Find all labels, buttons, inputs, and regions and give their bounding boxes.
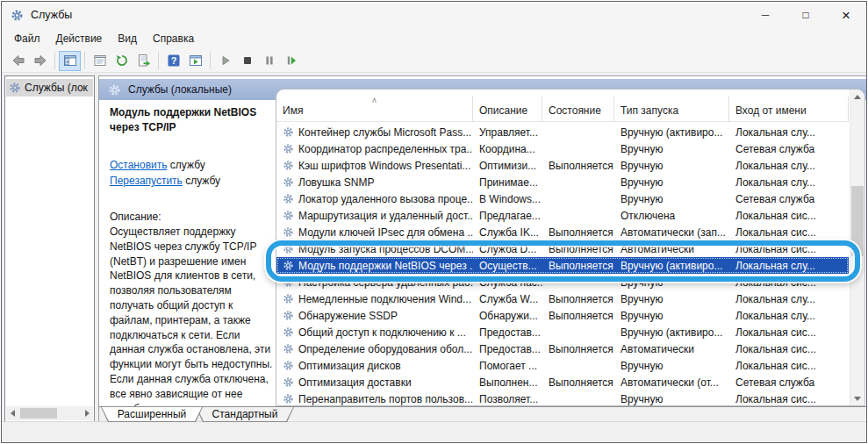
menu-item[interactable]: Вид (110, 29, 145, 48)
service-row[interactable]: Маршрутизация и удаленный дост... Предла… (276, 207, 849, 224)
status-bar (2, 421, 866, 442)
service-gear-icon (283, 210, 294, 221)
restart-service-link[interactable]: Перезапустить (110, 175, 183, 187)
export-list-button[interactable] (133, 51, 154, 71)
service-row[interactable]: Координатор распределенных тра... Коорди… (276, 140, 849, 157)
column-header-logon-as[interactable]: Вход от имени (729, 97, 849, 121)
service-description-cell: Обнаружи... (473, 310, 542, 322)
service-row[interactable]: Модули ключей IPsec для обмена ... Служб… (276, 224, 849, 240)
toolbar-separator (54, 52, 55, 69)
minimize-button[interactable]: ─ (745, 2, 786, 28)
back-button[interactable] (7, 51, 29, 71)
column-header-startup-type[interactable]: Тип запуска (614, 97, 729, 121)
service-logon-cell: Локальная сис... (729, 243, 849, 255)
service-row[interactable]: Обнаружение SSDP Обнаружи... Выполняется… (276, 307, 849, 324)
scroll-right-icon[interactable] (81, 410, 93, 417)
service-description-cell: Служба IK... (473, 226, 542, 239)
service-gear-icon (283, 293, 294, 304)
service-row[interactable]: Модуль поддержки NetBIOS через ... Осуще… (276, 257, 849, 274)
service-startup-type-cell: Вручную (614, 293, 729, 305)
service-row[interactable]: Оптимизация доставки Выполнен... Выполня… (276, 374, 849, 390)
extended-view-button[interactable] (184, 51, 206, 71)
help-button[interactable]: ? (162, 51, 184, 71)
column-header-description[interactable]: Описание (473, 97, 542, 121)
service-description-cell: Координа... (473, 143, 542, 155)
service-name: Определение оборудования обол... (298, 343, 472, 355)
service-gear-icon (283, 160, 294, 171)
service-startup-type-cell: Вручную (614, 393, 729, 405)
service-status-cell: Выполняется (542, 260, 614, 272)
show-console-tree-button[interactable] (59, 51, 81, 71)
stop-service-link[interactable]: Остановить (110, 159, 168, 171)
service-row[interactable]: Настройка сервера удаленных раб... Служб… (276, 274, 849, 290)
scroll-left-icon[interactable] (6, 410, 18, 417)
window-title: Службы (31, 9, 72, 21)
menu-item[interactable]: Действие (48, 29, 111, 48)
service-startup-type-cell: Автоматически (от... (614, 376, 729, 389)
service-description-cell: Предлагае... (473, 210, 542, 222)
close-button[interactable]: × (826, 2, 866, 28)
service-status-cell: Выполняется (542, 343, 614, 355)
service-description-cell: Управляет... (473, 126, 542, 139)
forward-button[interactable] (29, 51, 51, 71)
restart-link-suffix: службу (183, 175, 220, 187)
stop-service-button[interactable] (236, 51, 258, 71)
service-startup-type-cell: Вручную (614, 193, 729, 205)
restart-service-button[interactable] (280, 51, 302, 71)
service-name: Координатор распределенных тра... (298, 143, 473, 155)
properties-icon (93, 54, 107, 68)
service-status-cell: Выполняется (542, 160, 614, 172)
service-gear-icon (283, 276, 294, 288)
service-startup-type-cell: Вручную (активиро... (614, 126, 729, 139)
service-gear-icon (283, 393, 294, 405)
service-logon-cell: Локальная сис... (729, 343, 849, 355)
scroll-down-icon[interactable] (850, 391, 864, 405)
scroll-up-icon[interactable] (850, 90, 864, 104)
properties-button[interactable] (89, 51, 111, 71)
service-row[interactable]: Немедленные подключения Wind... Служба W… (276, 290, 849, 307)
service-row[interactable]: Локатор удаленного вызова проце... В Win… (276, 190, 849, 207)
scrollbar-thumb[interactable] (851, 186, 864, 256)
service-description-cell: Предостав... (473, 326, 542, 339)
service-logon-cell: Сетевая служба (729, 143, 849, 155)
service-startup-type-cell: Автоматически (614, 243, 729, 255)
service-row[interactable]: Общий доступ к подключению к ... Предост… (276, 324, 849, 340)
service-logon-cell: Сетевая служба (729, 376, 849, 389)
list-vertical-scrollbar[interactable] (850, 90, 864, 405)
service-startup-type-cell: Вручную (активиро... (614, 260, 729, 272)
stop-service-icon (240, 54, 255, 68)
menu-item[interactable]: Справка (145, 29, 202, 48)
scrollbar-thumb[interactable] (20, 408, 57, 419)
service-logon-cell: Локальная сис... (729, 393, 849, 405)
service-description: Осуществляет поддержку NetBIOS через слу… (110, 225, 276, 416)
service-row[interactable]: Кэш шрифтов Windows Presentati... Оптими… (276, 157, 849, 174)
start-service-button[interactable] (214, 51, 236, 71)
service-row[interactable]: Оптимизация дисков Помогает ... Вручную … (276, 357, 849, 374)
stop-link-suffix: службу (168, 159, 205, 171)
tab-extended[interactable]: Расширенный (101, 407, 203, 422)
service-name: Ловушка SNMP (298, 176, 374, 189)
service-row[interactable]: Определение оборудования обол... Предост… (276, 340, 849, 357)
service-row[interactable]: Ловушка SNMP Принимае... Вручную Локальн… (276, 174, 849, 190)
service-status-cell: Выполняется (542, 376, 614, 389)
menu-item[interactable]: Файл (6, 29, 48, 48)
svg-text:?: ? (170, 55, 176, 66)
toolbar-separator (158, 52, 159, 69)
pause-service-button[interactable] (258, 51, 280, 71)
title-bar: Службы ─ □ × (2, 2, 866, 28)
service-row[interactable]: Модуль запуска процессов DCOM... Служба … (276, 240, 849, 257)
service-row[interactable]: Перенаправитель портов пользов... Позвол… (276, 390, 849, 406)
maximize-button[interactable]: □ (786, 2, 826, 28)
service-gear-icon (283, 343, 294, 354)
console-tree-panel: Службы (лок (4, 75, 95, 422)
service-description-cell: Оптимизи... (473, 160, 542, 172)
service-row[interactable]: Контейнер службы Microsoft Pass... Управ… (276, 124, 849, 140)
tree-item-services-local[interactable]: Службы (лок (6, 79, 93, 97)
column-header-status[interactable]: Состояние (542, 97, 614, 121)
tab-standard[interactable]: Стандартный (196, 407, 294, 422)
service-gear-icon (283, 193, 294, 204)
column-header-name[interactable]: ∧ Имя (276, 97, 473, 121)
tree-horizontal-scrollbar[interactable] (6, 406, 93, 420)
refresh-button[interactable] (111, 51, 133, 71)
toolbar-separator (84, 52, 85, 69)
